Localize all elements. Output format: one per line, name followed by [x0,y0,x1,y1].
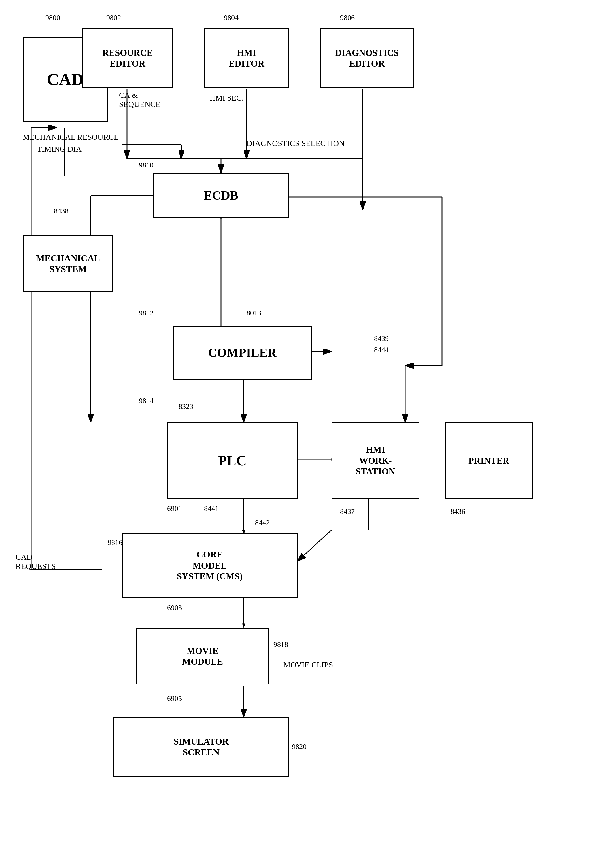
ref-6903: 6903 [167,604,182,612]
movie-module-box: MOVIEMODULE [136,628,269,684]
diagram-container: 9800 9802 9804 9806 CAD RESOURCEEDITOR H… [0,0,616,861]
hmi-workstation-box: HMIWORK-STATION [332,422,420,499]
resource-editor-box: RESOURCEEDITOR [82,28,173,88]
movie-clips-label: MOVIE CLIPS [283,660,333,669]
ref-6905: 6905 [167,694,182,703]
ref-8438: 8438 [54,207,69,215]
timing-dia-label: TIMING DIA [37,145,82,154]
ca-sequence-label: CA &SEQUENCE [119,91,160,109]
ref-9816: 9816 [108,539,123,547]
ecdb-box: ECDB [153,173,289,218]
svg-line-24 [297,530,332,561]
ref-9804: 9804 [224,14,239,22]
core-model-system-box: COREMODELSYSTEM (CMS) [122,533,297,598]
cad-requests-label: CADREQUESTS [16,553,56,571]
ref-8436: 8436 [451,507,465,516]
simulator-screen-box: SIMULATORSCREEN [113,717,289,776]
ref-8437: 8437 [340,507,355,516]
svg-marker-26 [242,624,245,628]
ref-8441: 8441 [204,504,219,513]
ref-9802: 9802 [106,14,121,22]
diagnostics-selection-label: DIAGNOSTICS SELECTION [247,139,344,148]
diagnostics-editor-box: DIAGNOSTICSEDITOR [320,28,414,88]
ref-8323-num: 8323 [179,402,193,411]
ref-9800: 9800 [46,14,60,22]
ref-8013: 8013 [247,309,261,317]
ref-9814-num: 9814 [139,397,154,405]
ref-9810-label: 9810 [139,161,154,170]
ref-9806: 9806 [340,14,355,22]
ref-9820: 9820 [292,743,306,751]
compiler-box: COMPILER [173,326,312,380]
hmi-editor-box: HMIEDITOR [204,28,289,88]
mechanical-resource-label: MECHANICAL RESOURCE [23,133,119,142]
ref-8439-num: 8439 [374,335,389,343]
ref-8444-num: 8444 [374,346,389,354]
ref-9812-num: 9812 [139,309,154,317]
mechanical-system-box: MECHANICALSYSTEM [23,235,113,292]
printer-box: PRINTER [445,422,533,499]
plc-box: PLC [167,422,297,499]
ref-6901: 6901 [167,504,182,513]
ref-8442: 8442 [255,518,270,527]
hmi-sec-label: HMI SEC. [210,94,244,102]
ref-9818: 9818 [273,641,288,649]
